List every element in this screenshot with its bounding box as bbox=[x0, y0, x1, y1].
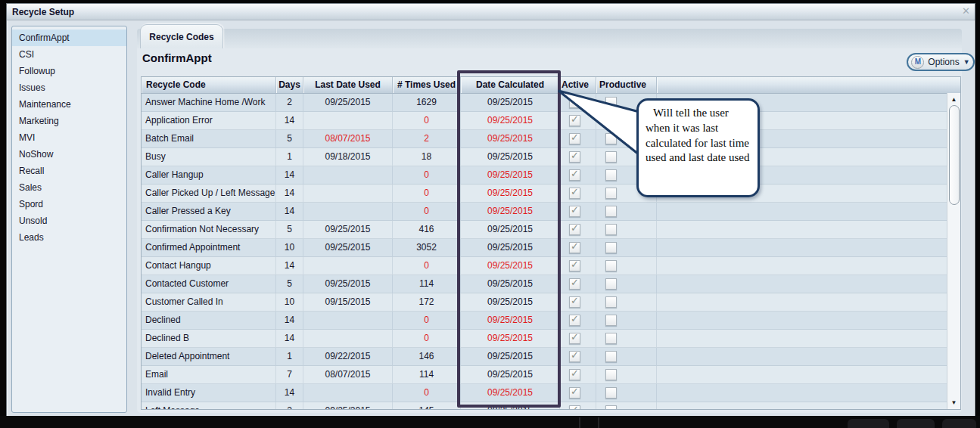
table-row[interactable]: Deleted Appointment109/22/201514609/25/2… bbox=[142, 348, 960, 366]
active-checkbox[interactable] bbox=[569, 405, 580, 410]
sidebar-item-issues[interactable]: Issues bbox=[12, 79, 126, 96]
table-row[interactable]: Declined14009/25/2015 bbox=[142, 312, 960, 330]
close-icon[interactable]: ✕ bbox=[962, 5, 969, 17]
active-checkbox-cell bbox=[560, 130, 596, 147]
sidebar-item-leads[interactable]: Leads bbox=[12, 229, 126, 246]
productive-checkbox[interactable] bbox=[605, 115, 617, 126]
active-checkbox[interactable] bbox=[569, 224, 580, 235]
sidebar-item-noshow[interactable]: NoShow bbox=[12, 146, 126, 163]
column-header--times-used[interactable]: # Times Used bbox=[393, 77, 461, 93]
table-row[interactable]: Application Error14009/25/2015 bbox=[142, 112, 960, 130]
cell-c2 bbox=[303, 312, 393, 329]
column-header-last-date-used[interactable]: Last Date Used bbox=[303, 77, 393, 93]
productive-checkbox[interactable] bbox=[605, 242, 617, 253]
table-row[interactable]: Caller Hangup14009/25/2015 bbox=[142, 166, 960, 185]
table-row[interactable]: Customer Called In1009/15/201517209/25/2… bbox=[142, 293, 960, 312]
sidebar-item-spord[interactable]: Spord bbox=[12, 196, 126, 212]
table-row[interactable]: Caller Pressed a Key14009/25/2015 bbox=[142, 203, 960, 221]
sidebar-item-unsold[interactable]: Unsold bbox=[12, 212, 126, 229]
tab-recycle-codes[interactable]: Recycle Codes bbox=[140, 24, 223, 49]
sidebar-item-recall[interactable]: Recall bbox=[12, 163, 126, 179]
active-checkbox[interactable] bbox=[569, 369, 580, 380]
options-button[interactable]: M Options ▼ bbox=[907, 53, 975, 71]
cell-c1: 7 bbox=[276, 366, 303, 383]
active-checkbox[interactable] bbox=[569, 278, 580, 290]
column-header-date-calculated[interactable]: Date Calculated bbox=[461, 77, 560, 93]
sidebar-item-confirmappt[interactable]: ConfirmAppt bbox=[12, 29, 126, 46]
active-checkbox-cell bbox=[560, 94, 596, 111]
table-row[interactable]: Contact Hangup14009/25/2015 bbox=[142, 257, 960, 275]
table-row[interactable]: Email708/07/201511409/25/2015 bbox=[142, 366, 960, 384]
column-header-days[interactable]: Days bbox=[276, 77, 303, 93]
cell-c0: Caller Picked Up / Left Message bbox=[142, 185, 276, 202]
active-checkbox[interactable] bbox=[569, 242, 580, 253]
cell-filler bbox=[657, 330, 960, 347]
cell-c0: Application Error bbox=[142, 112, 276, 129]
active-checkbox[interactable] bbox=[569, 333, 580, 344]
sidebar-item-maintenance[interactable]: Maintenance bbox=[12, 96, 126, 113]
active-checkbox[interactable] bbox=[569, 115, 580, 126]
active-checkbox[interactable] bbox=[569, 296, 580, 308]
active-checkbox[interactable] bbox=[569, 315, 580, 326]
active-checkbox[interactable] bbox=[569, 151, 580, 163]
productive-checkbox[interactable] bbox=[605, 405, 617, 410]
cell-c3: 145 bbox=[393, 402, 461, 410]
productive-checkbox[interactable] bbox=[605, 387, 617, 399]
table-row[interactable]: Confirmed Appointment1009/25/2015305209/… bbox=[142, 239, 960, 257]
table-row[interactable]: Answer Machine Home /Work209/25/20151629… bbox=[142, 94, 960, 112]
productive-checkbox[interactable] bbox=[605, 169, 617, 181]
productive-checkbox[interactable] bbox=[605, 151, 617, 163]
cell-c3: 416 bbox=[393, 221, 461, 238]
cell-c4: 09/25/2015 bbox=[461, 293, 560, 311]
active-checkbox[interactable] bbox=[569, 97, 580, 108]
cell-c3: 0 bbox=[393, 166, 461, 184]
table-row[interactable]: Confirmation Not Necessary509/25/2015416… bbox=[142, 221, 960, 239]
vertical-scrollbar[interactable]: ▲ ▼ bbox=[947, 93, 960, 409]
productive-checkbox[interactable] bbox=[605, 315, 617, 326]
tab-strip bbox=[137, 29, 962, 48]
table-row[interactable]: Declined B14009/25/2015 bbox=[142, 330, 960, 348]
cell-c4: 09/25/2015 bbox=[461, 166, 560, 184]
productive-checkbox[interactable] bbox=[605, 296, 617, 308]
column-header-recycle-code[interactable]: Recycle Code bbox=[142, 77, 276, 93]
productive-checkbox[interactable] bbox=[605, 278, 617, 290]
active-checkbox[interactable] bbox=[569, 387, 580, 399]
productive-checkbox[interactable] bbox=[605, 97, 617, 108]
productive-checkbox[interactable] bbox=[605, 333, 617, 344]
productive-checkbox[interactable] bbox=[605, 206, 617, 217]
active-checkbox-cell bbox=[560, 348, 596, 365]
productive-checkbox[interactable] bbox=[605, 188, 617, 199]
table-row[interactable]: Busy109/18/20151809/25/2015 bbox=[142, 148, 960, 166]
column-header-productive[interactable]: Productive bbox=[596, 77, 657, 93]
productive-checkbox[interactable] bbox=[605, 133, 617, 144]
table-row[interactable]: Contacted Customer509/25/201511409/25/20… bbox=[142, 275, 960, 293]
active-checkbox[interactable] bbox=[569, 206, 580, 217]
scroll-up-icon[interactable]: ▲ bbox=[947, 94, 960, 105]
scrollbar-thumb[interactable] bbox=[949, 105, 960, 205]
table-row[interactable]: Left Message209/25/201514509/25/2015 bbox=[142, 402, 960, 410]
sidebar-item-mvi[interactable]: MVI bbox=[12, 129, 126, 146]
productive-checkbox[interactable] bbox=[605, 351, 617, 362]
active-checkbox[interactable] bbox=[569, 133, 580, 144]
active-checkbox[interactable] bbox=[569, 351, 580, 362]
table-header-row: Recycle CodeDaysLast Date Used# Times Us… bbox=[142, 77, 960, 94]
productive-checkbox[interactable] bbox=[605, 260, 617, 271]
column-header-active[interactable]: Active bbox=[560, 77, 596, 93]
sidebar-item-followup[interactable]: Followup bbox=[12, 63, 126, 79]
sidebar-item-marketing[interactable]: Marketing bbox=[12, 113, 126, 129]
productive-checkbox[interactable] bbox=[605, 369, 617, 380]
scroll-down-icon[interactable]: ▼ bbox=[947, 397, 960, 408]
table-row[interactable]: Batch Email508/07/2015209/25/2015 bbox=[142, 130, 960, 148]
sidebar-item-csi[interactable]: CSI bbox=[12, 46, 126, 63]
table-row[interactable]: Caller Picked Up / Left Message14009/25/… bbox=[142, 185, 960, 203]
cell-c4: 09/25/2015 bbox=[461, 330, 560, 347]
active-checkbox[interactable] bbox=[569, 188, 580, 199]
cell-c2 bbox=[303, 185, 393, 202]
productive-checkbox-cell bbox=[596, 293, 657, 311]
category-sidebar: ConfirmApptCSIFollowupIssuesMaintenanceM… bbox=[11, 26, 127, 413]
productive-checkbox[interactable] bbox=[605, 224, 617, 235]
sidebar-item-sales[interactable]: Sales bbox=[12, 179, 126, 196]
table-row[interactable]: Invalid Entry14009/25/2015 bbox=[142, 384, 960, 402]
active-checkbox[interactable] bbox=[569, 169, 580, 181]
active-checkbox[interactable] bbox=[569, 260, 580, 271]
